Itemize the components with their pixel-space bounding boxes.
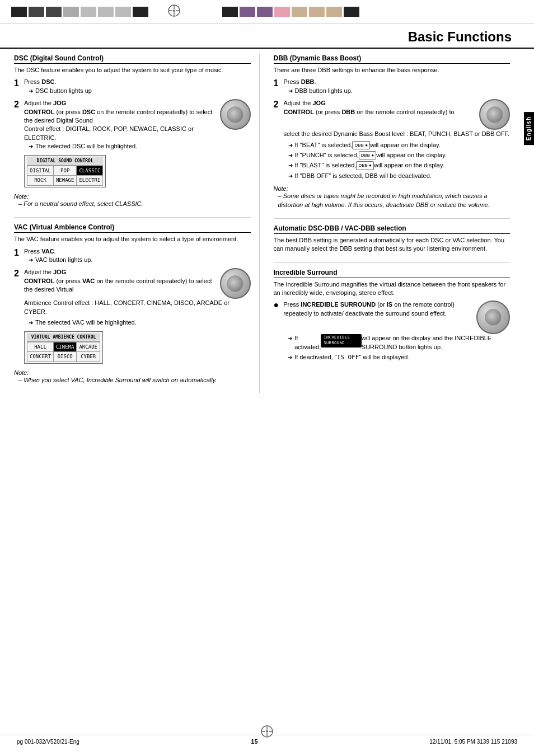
vac-step2-extra-text: Ambience Control effect : HALL, CONCERT,… bbox=[24, 299, 251, 316]
svg-point-1 bbox=[173, 10, 175, 12]
vac-note: Note: – When you select VAC, Incredible … bbox=[14, 369, 251, 384]
vac-cell-cinema: CINEMA bbox=[53, 342, 77, 352]
vac-remote-label: VAC bbox=[82, 278, 95, 284]
vac-display-row2: CONCERT DISCO CYBER bbox=[27, 352, 100, 362]
vac-display-title: VIRTUAL AMBIENCE CONTROL bbox=[27, 333, 100, 342]
dsc-cell-digital: DIGITAL bbox=[27, 166, 54, 176]
dbb-step2-inner: Adjust the JOGCONTROL (or press DBB on t… bbox=[284, 99, 510, 130]
is-is-label: IS bbox=[387, 301, 392, 308]
dbb-step2-select-text: select the desired Dynamic Bass Boost le… bbox=[284, 130, 510, 138]
dbb-arrow-blast: If "BLAST" is selected, DBB ● will appea… bbox=[288, 161, 510, 170]
vac-step1-number: 1 bbox=[14, 247, 24, 258]
color-block-6 bbox=[98, 7, 114, 17]
color-block-r1 bbox=[222, 7, 238, 17]
dsc-cell-newage: NEWAGE bbox=[53, 176, 77, 186]
is-step-main: ● Press INCREDIBLE SURROUND (or IS on th… bbox=[274, 300, 510, 363]
footer-right-text: 12/11/01, 5:05 PM 3139 115 21093 bbox=[429, 739, 517, 745]
vac-step2-inner: Adjust the JOGCONTROL (or press VAC on t… bbox=[24, 268, 251, 299]
is-incredible-label: INCREDIBLE SURROUND bbox=[301, 301, 376, 308]
dbb-step1-content: Press DBB. DBB button lights up. bbox=[284, 78, 510, 97]
dbb-step2-number: 2 bbox=[274, 99, 284, 110]
dsc-step2-number: 2 bbox=[14, 99, 24, 110]
dsc-step2: 2 Adjust the JOGCONTROL (or press DSC on… bbox=[14, 99, 251, 190]
dbb-title: DBB (Dynamic Bass Boost) bbox=[274, 54, 510, 64]
dsc-step2-text: Adjust the JOGCONTROL (or press DSC on t… bbox=[24, 99, 216, 142]
dsc-jog-label: JOGCONTROL bbox=[24, 100, 66, 115]
vac-description: The VAC feature enables you to adjust th… bbox=[14, 235, 251, 243]
auto-dsc-section: Automatic DSC-DBB / VAC-DBB selection Th… bbox=[274, 224, 510, 253]
vac-step2-text: Adjust the JOGCONTROL (or press VAC on t… bbox=[24, 268, 216, 294]
is-bullet-circle: ● bbox=[274, 300, 279, 309]
left-column: DSC (Digital Sound Control) The DSC feat… bbox=[14, 54, 260, 393]
is-arrow-activated: If activated, INCREDIBLE SURROUND will a… bbox=[288, 334, 510, 351]
vac-section: VAC (Virtual Ambience Control) The VAC f… bbox=[14, 223, 251, 384]
dbb-note: Note: – Some discs or tapes might be rec… bbox=[274, 185, 510, 209]
is-arrow-deactivated: If deactivated, "IS OFF" will be display… bbox=[288, 353, 510, 361]
color-block-r4 bbox=[274, 7, 290, 17]
compass-icon bbox=[168, 4, 180, 17]
vac-jog-label: JOGCONTROL bbox=[24, 269, 66, 284]
bottom-compass-icon bbox=[261, 725, 273, 738]
color-block-r2 bbox=[240, 7, 255, 17]
incredible-surround-description: The Incredible Surround magnifies the vi… bbox=[274, 280, 510, 298]
dbb-step1: 1 Press DBB. DBB button lights up. bbox=[274, 78, 510, 97]
dsc-step1-arrow: DSC button lights up bbox=[29, 87, 251, 95]
dsc-step1-number: 1 bbox=[14, 78, 24, 88]
bottom-compass bbox=[261, 725, 273, 739]
dbb-knob-inner bbox=[486, 106, 503, 123]
dbb-blast-badge: DBB ● bbox=[356, 161, 374, 170]
vac-step2-content: Adjust the JOGCONTROL (or press VAC on t… bbox=[24, 268, 251, 366]
vac-title: VAC (Virtual Ambience Control) bbox=[14, 223, 251, 233]
vac-display: VIRTUAL AMBIENCE CONTROL HALL CINEMA ARC… bbox=[24, 331, 103, 364]
vac-cell-arcade: ARCADE bbox=[77, 342, 100, 352]
compass-center bbox=[168, 4, 180, 18]
color-block-1 bbox=[11, 7, 27, 17]
dsc-step1-content: Press DSC. DSC button lights up bbox=[24, 78, 251, 97]
dbb-auto-divider bbox=[274, 218, 510, 219]
vac-knob-image bbox=[220, 268, 251, 299]
dbb-beat-badge: DBB ● bbox=[352, 141, 370, 149]
auto-dsc-title: Automatic DSC-DBB / VAC-DBB selection bbox=[274, 224, 510, 234]
vac-step2-number: 2 bbox=[14, 268, 24, 279]
dsc-cell-pop: POP bbox=[53, 166, 77, 176]
dsc-step2-inner: Adjust the JOGCONTROL (or press DSC on t… bbox=[24, 99, 251, 142]
top-decorative-bar bbox=[0, 0, 534, 24]
vac-step2: 2 Adjust the JOGCONTROL (or press VAC on… bbox=[14, 268, 251, 366]
page-title: Basic Functions bbox=[408, 29, 512, 44]
vac-step2-arrow: The selected VAC will be highlighted. bbox=[29, 318, 251, 327]
top-bar-left-blocks bbox=[11, 7, 148, 17]
dbb-arrow-beat: If "BEAT" is selected, DBB ● will appear… bbox=[288, 141, 510, 149]
dbb-note-label: Note: bbox=[274, 185, 510, 192]
dsc-description: The DSC feature enables you to adjust th… bbox=[14, 66, 251, 74]
dbb-knob-image bbox=[479, 99, 510, 130]
dsc-title: DSC (Digital Sound Control) bbox=[14, 54, 251, 64]
dsc-cell-classic: CLASSIC bbox=[77, 166, 103, 176]
footer-left-text: pg 001-032/V520/21-Eng bbox=[17, 739, 79, 745]
color-block-8 bbox=[133, 7, 148, 17]
color-block-r8 bbox=[344, 7, 359, 17]
dbb-note-italic: – Some discs or tapes might be recorded … bbox=[278, 192, 490, 208]
is-knob-image bbox=[476, 300, 510, 334]
color-block-4 bbox=[63, 7, 79, 17]
dbb-step1-arrow: DBB button lights up. bbox=[288, 87, 510, 95]
dsc-knob-image bbox=[220, 99, 251, 130]
top-bar-right-blocks bbox=[222, 7, 359, 17]
dsc-section: DSC (Digital Sound Control) The DSC feat… bbox=[14, 54, 251, 208]
color-block-7 bbox=[115, 7, 131, 17]
dbb-jog-label: JOGCONTROL bbox=[284, 100, 326, 115]
dsc-step2-arrow: The selected DSC will be highlighted. bbox=[29, 142, 251, 151]
is-knob-inner bbox=[485, 309, 502, 326]
svg-point-7 bbox=[266, 730, 268, 732]
dbb-step1-number: 1 bbox=[274, 78, 284, 88]
dbb-arrow-off: If "DBB OFF" is selected, DBB will be de… bbox=[288, 172, 510, 180]
color-block-r5 bbox=[292, 7, 307, 17]
dsc-cell-rock: ROCK bbox=[27, 176, 54, 186]
dbb-description: There are three DBB settings to enhance … bbox=[274, 66, 510, 74]
dbb-step2-text: Adjust the JOGCONTROL (or press DBB on t… bbox=[284, 99, 475, 116]
auto-is-divider bbox=[274, 262, 510, 263]
dsc-note-text: – For a neutral sound effect, select CLA… bbox=[18, 200, 251, 208]
vac-cell-hall: HALL bbox=[27, 342, 54, 352]
dsc-note: Note: – For a neutral sound effect, sele… bbox=[14, 193, 251, 208]
auto-dsc-description: The best DBB setting is generated automa… bbox=[274, 236, 510, 253]
dsc-remote-label: DSC bbox=[82, 109, 95, 115]
